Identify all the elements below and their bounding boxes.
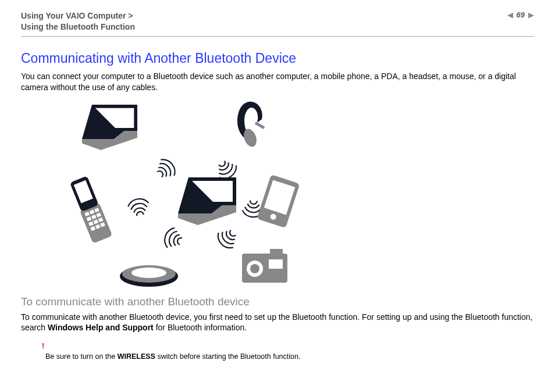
breadcrumb-line-1: Using Your VAIO Computer > xyxy=(21,11,133,20)
note-part2: switch before starting the Bluetooth fun… xyxy=(155,352,300,361)
svg-point-8 xyxy=(250,264,259,273)
manual-page: Using Your VAIO Computer > Using the Blu… xyxy=(0,0,555,361)
warning-note: ! Be sure to turn on the WIRELESS switch… xyxy=(45,341,534,361)
page-header: Using Your VAIO Computer > Using the Blu… xyxy=(21,10,534,37)
flip-phone-icon xyxy=(69,175,112,243)
note-part1: Be sure to turn on the xyxy=(45,352,118,361)
instruction-paragraph: To communicate with another Bluetooth de… xyxy=(21,312,534,334)
pager: ◀ 69 ▶ xyxy=(507,10,534,19)
camera-icon xyxy=(242,249,287,283)
bluetooth-devices-diagram xyxy=(38,99,329,291)
pda-icon xyxy=(257,174,300,228)
svg-point-12 xyxy=(131,268,166,278)
breadcrumb-line-2: Using the Bluetooth Function xyxy=(21,22,135,31)
headset-icon xyxy=(237,101,265,148)
svg-rect-9 xyxy=(269,259,283,269)
warning-icon: ! xyxy=(42,341,534,351)
note-bold: WIRELESS xyxy=(118,352,155,361)
section-subheading: To communicate with another Bluetooth de… xyxy=(21,295,534,308)
svg-rect-1 xyxy=(255,122,265,129)
mouse-icon xyxy=(120,265,178,287)
para2-part2: for Bluetooth information. xyxy=(154,323,247,332)
prev-page-arrow-icon[interactable]: ◀ xyxy=(507,10,513,19)
breadcrumb: Using Your VAIO Computer > Using the Blu… xyxy=(21,10,135,33)
para2-bold: Windows Help and Support xyxy=(48,323,154,332)
laptop-peripheral-icon xyxy=(82,105,137,150)
intro-paragraph: You can connect your computer to a Bluet… xyxy=(21,71,534,93)
laptop-center-icon xyxy=(178,177,236,225)
page-title: Communicating with Another Bluetooth Dev… xyxy=(21,51,534,66)
svg-rect-6 xyxy=(270,249,283,256)
next-page-arrow-icon[interactable]: ▶ xyxy=(528,10,534,19)
page-number: 69 xyxy=(517,10,525,19)
